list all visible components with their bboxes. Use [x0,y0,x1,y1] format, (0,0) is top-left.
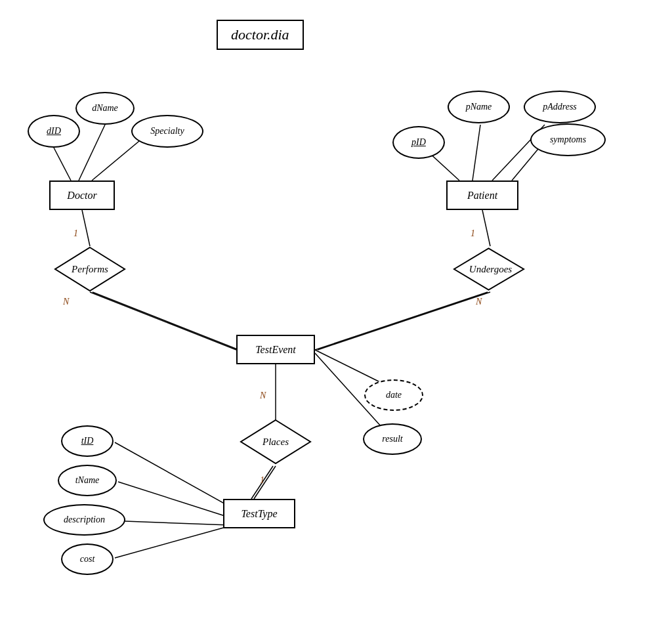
cardinality-doctor-performs: 1 [74,228,78,239]
svg-marker-22 [55,247,125,291]
entity-patient: Patient [446,181,518,210]
svg-line-20 [125,521,230,525]
attr-tID: tID [61,425,114,457]
svg-line-17 [254,466,276,499]
svg-line-1 [79,125,105,181]
svg-line-11 [315,292,488,350]
relationship-places [240,419,312,465]
cardinality-testevent-places: N [260,391,266,401]
attr-date: date [364,379,423,411]
entity-testevent: TestEvent [236,335,315,364]
svg-line-8 [90,292,236,350]
attr-description: description [43,504,125,536]
svg-line-10 [482,210,490,246]
svg-line-19 [118,482,233,519]
attr-tName: tName [58,465,117,496]
svg-line-18 [115,442,240,512]
svg-marker-24 [241,420,310,463]
attr-pName: pName [448,91,510,123]
svg-line-21 [115,525,233,558]
svg-line-0 [54,148,71,181]
attr-pID: pID [392,126,445,159]
svg-marker-23 [454,248,524,289]
relationship-performs [54,246,126,292]
cardinality-patient-undergoes: 1 [471,228,475,239]
relationship-undergoes [453,246,525,292]
attr-cost: cost [61,543,114,575]
cardinality-undergoes-testevent: N [476,297,482,307]
cardinality-places-testtype: 1 [260,475,264,486]
svg-line-9 [93,292,239,350]
svg-line-4 [472,125,480,181]
cardinality-performs-testevent: N [63,297,69,307]
diagram-title: doctor.dia [217,20,304,50]
attr-dID: dID [28,115,80,148]
attr-specialty: Specialty [131,115,203,148]
svg-line-7 [82,210,90,246]
attr-symptoms: symptoms [530,123,606,156]
entity-testtype: TestType [223,499,295,528]
attr-dName: dName [75,92,135,125]
svg-line-12 [318,292,490,350]
attr-pAddress: pAddress [524,91,596,123]
entity-doctor: Doctor [49,181,115,210]
attr-result: result [363,423,422,455]
